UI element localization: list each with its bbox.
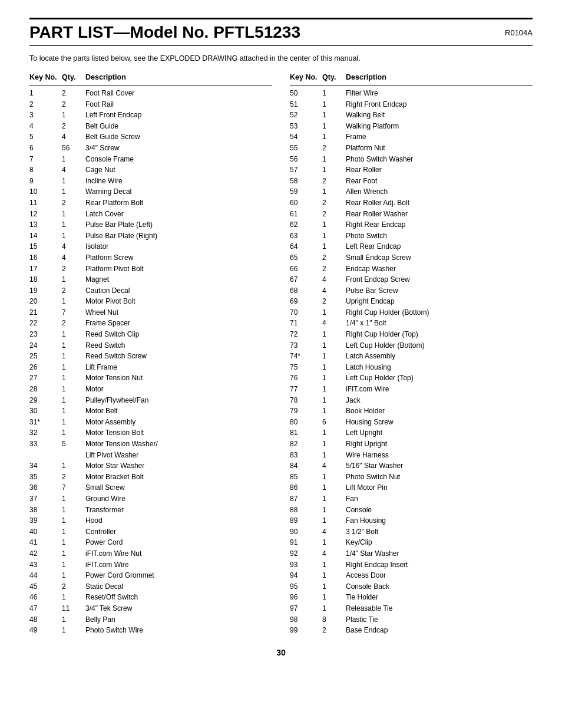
table-row: 15 4 Isolator [29, 241, 272, 252]
part-desc: Static Decal [85, 581, 272, 592]
table-row: 26 1 Lift Frame [29, 362, 272, 373]
table-row: 38 1 Transformer [29, 505, 272, 516]
part-key: 18 [29, 274, 62, 285]
part-qty: 1 [322, 505, 346, 516]
part-key: 99 [290, 625, 322, 636]
part-key: 2 [29, 99, 62, 110]
part-qty: 1 [62, 559, 85, 571]
part-desc: Endcap Washer [346, 263, 533, 275]
part-desc: Isolator [85, 241, 272, 252]
part-desc: Motor Assembly [85, 417, 272, 428]
part-desc: Left Cup Holder (Bottom) [346, 340, 533, 351]
table-row: 89 1 Fan Housing [290, 515, 533, 526]
part-desc: Small Endcap Screw [346, 252, 533, 263]
part-key: 81 [290, 427, 322, 439]
part-key: 23 [29, 329, 62, 340]
part-desc: Incline Wire [85, 176, 272, 187]
part-key: 8 [29, 164, 62, 176]
part-key: 59 [290, 186, 322, 197]
right-keyno-header: Key No. [290, 73, 322, 81]
part-key: 53 [290, 121, 322, 132]
part-qty: 2 [62, 263, 85, 275]
table-row: 14 1 Pulse Bar Plate (Right) [29, 230, 272, 242]
table-row: 67 4 Front Endcap Screw [290, 274, 533, 285]
part-qty: 1 [62, 526, 85, 538]
part-qty: 1 [322, 406, 346, 417]
table-row: Lift Pivot Washer [29, 450, 272, 461]
part-key: 9 [29, 176, 62, 187]
part-key: 63 [290, 230, 322, 242]
part-key: 17 [29, 263, 62, 275]
part-key: 66 [290, 263, 322, 275]
part-qty: 1 [322, 99, 346, 110]
part-desc: Magnet [85, 274, 272, 285]
table-row: 46 1 Reset/Off Switch [29, 592, 272, 603]
part-qty: 1 [322, 329, 346, 340]
part-desc: Hood [85, 515, 272, 526]
table-row: 4 2 Belt Guide [29, 121, 272, 132]
part-key: 42 [29, 548, 62, 559]
part-qty: 1 [62, 186, 85, 197]
part-key: 90 [290, 526, 322, 538]
part-desc: Motor Tension Bolt [85, 427, 272, 439]
right-qty-header: Qty. [322, 73, 346, 81]
table-row: 74* 1 Latch Assembly [290, 351, 533, 362]
part-qty: 1 [62, 614, 85, 625]
part-desc: Motor Tension Nut [85, 373, 272, 384]
table-row: 23 1 Reed Switch Clip [29, 329, 272, 340]
right-column: Key No. Qty. Description 50 1 Filter Wir… [290, 73, 533, 636]
table-row: 87 1 Fan [290, 493, 533, 505]
part-key: 68 [290, 285, 322, 297]
part-desc: Key/Clip [346, 537, 533, 548]
part-desc: iFIT.com Wire [85, 559, 272, 571]
part-desc: Power Cord [85, 537, 272, 548]
part-qty: 7 [62, 482, 85, 493]
part-desc: Console Back [346, 581, 533, 592]
part-qty: 1 [322, 537, 346, 548]
part-key: 96 [290, 592, 322, 603]
part-qty: 8 [322, 614, 346, 625]
table-row: 81 1 Left Upright [290, 427, 533, 439]
part-qty: 1 [62, 395, 85, 406]
part-desc: Wheel Nut [85, 307, 272, 318]
part-key: 48 [29, 614, 62, 625]
part-desc: Power Cord Grommet [85, 570, 272, 581]
part-key: 67 [290, 274, 322, 285]
part-key: 98 [290, 614, 322, 625]
part-qty: 4 [62, 131, 85, 143]
part-key: 44 [29, 570, 62, 581]
part-desc: 3/4" Screw [85, 143, 272, 154]
table-row: 58 2 Rear Foot [290, 176, 533, 187]
part-desc: Rear Platform Bolt [85, 197, 272, 209]
table-row: 98 8 Plastic Tie [290, 614, 533, 625]
part-desc: Photo Switch Nut [346, 472, 533, 483]
part-qty: 1 [322, 230, 346, 242]
part-qty: 1 [322, 307, 346, 318]
table-row: 48 1 Belly Pan [29, 614, 272, 625]
right-parts-list: 50 1 Filter Wire 51 1 Right Front Endcap… [290, 88, 533, 636]
table-row: 32 1 Motor Tension Bolt [29, 427, 272, 439]
part-desc: Ground Wire [85, 493, 272, 505]
part-qty: 1 [62, 110, 85, 121]
table-row: 27 1 Motor Tension Nut [29, 373, 272, 384]
table-row: 43 1 iFIT.com Wire [29, 559, 272, 571]
table-row: 37 1 Ground Wire [29, 493, 272, 505]
part-desc: Access Door [346, 570, 533, 581]
table-row: 95 1 Console Back [290, 581, 533, 592]
part-key: 15 [29, 241, 62, 252]
table-row: 78 1 Jack [290, 395, 533, 406]
part-key: 39 [29, 515, 62, 526]
part-desc: Rear Roller [346, 164, 533, 176]
part-desc: iFIT.com Wire [346, 384, 533, 395]
part-desc: Reed Switch Clip [85, 329, 272, 340]
table-row: 16 4 Platform Screw [29, 252, 272, 263]
part-qty: 1 [322, 110, 346, 121]
part-desc: Right Endcap Insert [346, 559, 533, 571]
part-desc: Left Rear Endcap [346, 241, 533, 252]
table-row: 59 1 Allen Wrench [290, 186, 533, 197]
part-qty: 1 [322, 384, 346, 395]
table-row: 51 1 Right Front Endcap [290, 99, 533, 110]
part-desc: Housing Screw [346, 417, 533, 428]
part-qty: 1 [62, 515, 85, 526]
part-qty: 1 [322, 570, 346, 581]
